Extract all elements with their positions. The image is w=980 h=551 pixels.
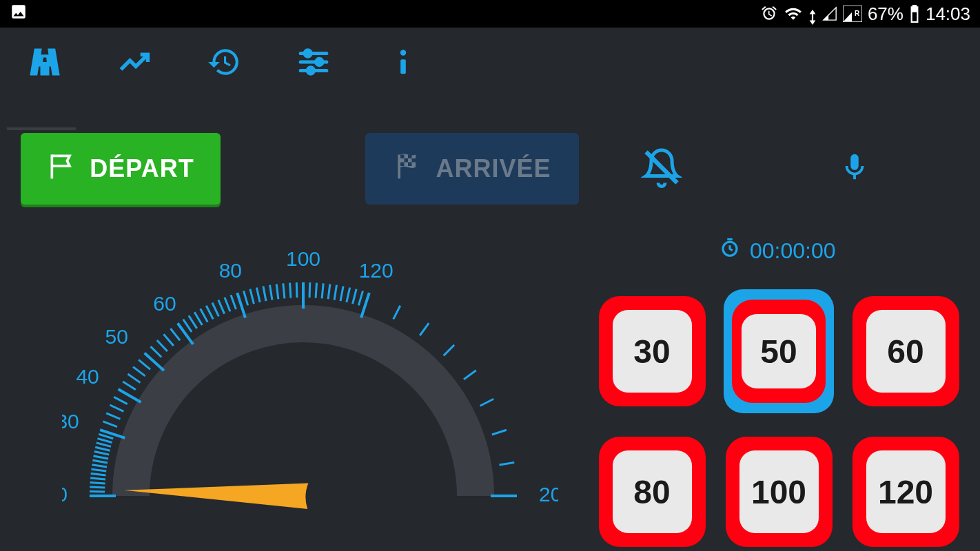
svg-text:60: 60 [153,292,176,315]
svg-line-82 [480,399,494,406]
svg-line-80 [444,345,455,356]
checkered-flag-icon [393,151,423,187]
speedometer: 03040506080100120200 [62,220,558,551]
speed-limit-30[interactable]: 30 [597,289,707,413]
svg-line-21 [90,478,105,479]
svg-text:30: 30 [62,410,79,433]
svg-line-58 [244,291,248,305]
arrivee-button[interactable]: ARRIVÉE [365,133,579,205]
svg-line-47 [178,323,193,344]
signal-1-icon [822,6,837,21]
svg-line-36 [114,397,127,404]
mute-button[interactable] [620,141,703,196]
speed-limit-120[interactable]: 120 [850,430,961,551]
svg-line-34 [106,413,120,419]
voice-button[interactable] [813,141,896,196]
svg-line-28 [95,447,110,450]
tab-graph[interactable] [90,28,179,96]
speed-limit-100[interactable]: 100 [724,430,834,551]
svg-rect-11 [408,154,412,158]
svg-line-54 [218,300,225,313]
speed-sign: 100 [726,437,833,547]
svg-line-74 [347,287,350,302]
svg-line-23 [91,469,106,471]
speed-limit-grid: 30506080100120 [597,289,969,551]
svg-text:120: 120 [359,259,394,282]
speed-limit-value: 60 [866,310,946,393]
svg-line-79 [420,323,429,335]
svg-line-71 [328,284,330,299]
svg-line-35 [110,405,124,411]
speed-limit-value: 50 [742,314,816,388]
svg-line-38 [123,382,136,390]
flag-outline-icon [47,151,77,187]
svg-line-72 [334,285,336,300]
timer-value: 00:00:00 [750,238,836,264]
svg-line-75 [353,289,356,304]
speed-sign: 120 [853,437,959,547]
depart-label: DÉPART [90,154,194,183]
svg-line-81 [464,371,476,380]
speed-sign: 30 [599,296,706,406]
svg-line-83 [492,430,507,435]
svg-line-66 [296,282,297,298]
speed-limit-value: 80 [613,450,692,533]
svg-line-25 [92,460,108,463]
svg-point-8 [400,50,406,55]
svg-line-39 [127,374,140,383]
picture-icon [10,3,28,25]
svg-line-63 [276,284,278,299]
svg-line-56 [231,295,236,309]
svg-line-40 [133,367,145,376]
svg-line-65 [290,283,291,298]
tab-history[interactable] [179,28,269,96]
svg-text:0: 0 [62,483,68,506]
speed-readout: --- [276,544,331,551]
svg-line-68 [309,282,310,298]
speed-sign: 60 [853,296,959,406]
speed-limit-60[interactable]: 60 [850,289,961,413]
svg-line-70 [322,283,323,298]
tab-road[interactable] [0,28,90,96]
svg-line-26 [93,456,108,459]
microphone-icon [839,152,870,186]
svg-line-48 [183,320,192,332]
svg-line-24 [92,465,107,467]
tab-info[interactable] [358,28,448,96]
speed-sign: 80 [599,437,706,547]
svg-line-41 [139,360,150,369]
svg-text:80: 80 [219,259,242,282]
svg-line-60 [256,287,260,302]
svg-line-57 [237,293,245,318]
battery-pct-label: 67% [868,3,904,25]
svg-rect-12 [405,158,409,163]
svg-line-27 [94,452,110,455]
svg-point-6 [316,59,323,65]
svg-rect-13 [412,158,416,163]
speed-limit-80[interactable]: 80 [597,430,707,551]
action-row: DÉPART ARRIVÉE [21,131,966,207]
tab-settings[interactable] [269,28,358,96]
speed-limit-50[interactable]: 50 [724,289,834,413]
signal-2-icon: R [843,6,862,22]
svg-line-84 [499,463,514,465]
depart-button[interactable]: DÉPART [21,133,221,205]
battery-icon [909,5,920,23]
svg-text:50: 50 [105,325,127,348]
data-icon [808,10,817,25]
svg-line-46 [170,329,180,340]
svg-line-33 [103,422,117,427]
svg-line-64 [283,283,285,298]
svg-line-29 [96,443,111,446]
svg-rect-10 [400,154,405,158]
svg-text:200: 200 [539,483,558,506]
svg-line-77 [361,293,369,318]
svg-rect-15 [408,162,412,166]
svg-text:100: 100 [286,247,320,270]
svg-line-43 [151,346,162,357]
speed-limit-value: 100 [739,450,819,533]
android-status-bar: R 67% 14:03 [0,0,980,28]
svg-line-30 [97,439,112,443]
svg-line-69 [316,283,316,298]
svg-line-73 [340,286,343,301]
